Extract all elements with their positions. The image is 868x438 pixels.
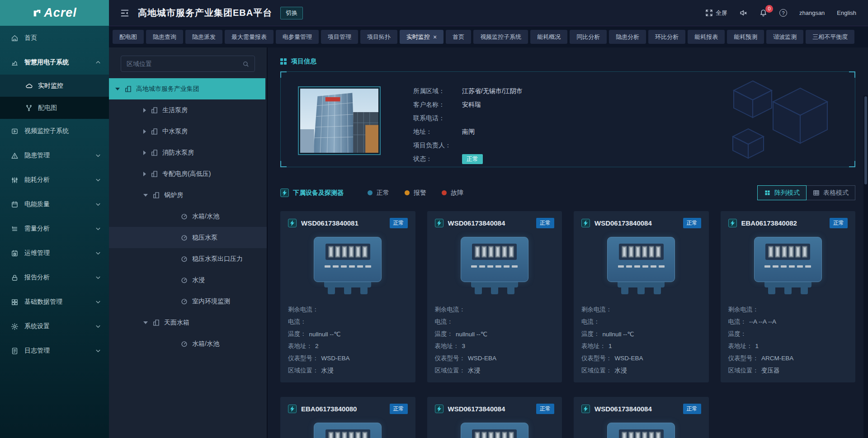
project-info-header: 项目信息 bbox=[280, 57, 855, 66]
vertical-scrollbar[interactable] bbox=[863, 95, 868, 438]
tab-energy-overview[interactable]: 能耗概况 bbox=[530, 30, 567, 44]
tree-node-label: 室内环境监测 bbox=[192, 297, 230, 306]
tree-node-leaf[interactable]: 水浸 bbox=[109, 269, 267, 291]
tab-project-topology[interactable]: 项目拓扑 bbox=[360, 30, 397, 44]
field-label: 区域位置： bbox=[728, 367, 759, 375]
chevron-down-icon bbox=[95, 250, 101, 256]
language-switch[interactable]: English bbox=[837, 9, 856, 16]
tab-hazard-dispatch[interactable]: 隐患派发 bbox=[185, 30, 222, 44]
device-icon bbox=[435, 405, 443, 413]
field-label: 温度： bbox=[581, 330, 600, 338]
sidebar-item-smart-electric[interactable]: 智慧用电子系统 bbox=[0, 50, 109, 75]
alarm-dot bbox=[405, 190, 410, 195]
expand-icon[interactable] bbox=[143, 194, 148, 197]
sidebar-item-distribution-diagram[interactable]: 配电图 bbox=[0, 97, 109, 119]
table-mode-button[interactable]: 表格模式 bbox=[806, 185, 855, 200]
chevron-down-icon bbox=[95, 324, 101, 329]
tree-node[interactable]: 天面水箱 bbox=[109, 312, 267, 333]
mute-button[interactable] bbox=[740, 9, 747, 17]
tree-node-leaf[interactable]: 水箱/水池 bbox=[109, 333, 267, 354]
log-icon bbox=[11, 347, 19, 355]
tab-three-phase-unbalance[interactable]: 三相不平衡度 bbox=[806, 30, 854, 44]
tree-node-root[interactable]: 高地城市服务产业集团 bbox=[109, 78, 265, 99]
button-label: 表格模式 bbox=[823, 189, 849, 197]
tree-node-leaf[interactable]: 稳压水泵 bbox=[109, 227, 267, 248]
tree-node[interactable]: 锅炉房 bbox=[109, 184, 267, 206]
sidebar-item-video-monitor[interactable]: 视频监控子系统 bbox=[0, 119, 109, 143]
device-card[interactable]: EBA06173840082 正常 剩余电流： 电流：--A --A --A 温… bbox=[721, 211, 856, 382]
tab-mom-analysis[interactable]: 环比分析 bbox=[648, 30, 685, 44]
meter-illustration bbox=[728, 232, 848, 299]
field-region: 所属区域： 江苏省/无锡市/江阴市 bbox=[413, 86, 523, 96]
expand-icon[interactable] bbox=[143, 108, 146, 113]
tree-node[interactable]: 中水泵房 bbox=[109, 121, 267, 142]
home-icon bbox=[11, 34, 19, 42]
device-card[interactable]: WSD06173840084 正常 剩余电流： 电流： 温度：nullnull … bbox=[574, 211, 709, 382]
tree-node[interactable]: 消防水泵房 bbox=[109, 142, 267, 163]
cloud-icon bbox=[25, 82, 33, 89]
array-mode-button[interactable]: 阵列模式 bbox=[757, 185, 807, 200]
sidebar-item-energy-analysis[interactable]: 能耗分析 bbox=[0, 168, 109, 192]
sidebar-item-label: 能耗分析 bbox=[24, 176, 95, 184]
tab-video-subsystem[interactable]: 视频监控子系统 bbox=[473, 30, 528, 44]
tab-max-demand-report[interactable]: 最大需量报表 bbox=[225, 30, 274, 44]
tab-hazard-query[interactable]: 隐患查询 bbox=[146, 30, 183, 44]
project-photo bbox=[298, 86, 381, 155]
fullscreen-button[interactable]: 全屏 bbox=[705, 9, 727, 17]
sidebar-item-label: 配电图 bbox=[38, 104, 57, 112]
user-menu[interactable]: zhangsan bbox=[799, 9, 825, 16]
tab-project-mgmt[interactable]: 项目管理 bbox=[321, 30, 358, 44]
tab-hazard-analysis[interactable]: 隐患分析 bbox=[609, 30, 646, 44]
device-icon bbox=[581, 219, 590, 227]
sidebar-item-realtime-monitor[interactable]: 实时监控 bbox=[0, 75, 109, 97]
tree-node-leaf[interactable]: 室内环境监测 bbox=[109, 291, 267, 312]
device-card[interactable]: WSD06173840084 正常 bbox=[574, 397, 709, 438]
tab-realtime-monitor[interactable]: 实时监控× bbox=[400, 30, 443, 44]
gauge-icon bbox=[180, 340, 188, 348]
scrollbar-thumb[interactable] bbox=[864, 96, 867, 184]
device-card[interactable]: WSD06173840084 正常 bbox=[427, 397, 562, 438]
notifications-button[interactable]: 0 bbox=[760, 9, 767, 17]
field-label: 项目负责人： bbox=[413, 141, 462, 150]
tab-home[interactable]: 首页 bbox=[446, 30, 471, 44]
tree-node-leaf[interactable]: 稳压水泵出口压力 bbox=[109, 248, 267, 269]
tab-energy-forecast[interactable]: 能耗预测 bbox=[727, 30, 764, 44]
tree-node[interactable]: 生活泵房 bbox=[109, 99, 267, 121]
tree-node-leaf[interactable]: 水箱/水池 bbox=[109, 206, 267, 227]
main-content: 项目信息 bbox=[268, 47, 868, 438]
device-card[interactable]: WSD06173840081 正常 剩余电流： 电流： 温度：nullnull … bbox=[280, 211, 415, 382]
menu-fold-icon[interactable] bbox=[120, 8, 130, 18]
search-icon[interactable] bbox=[242, 61, 249, 67]
expand-icon[interactable] bbox=[143, 172, 146, 176]
tab-energy-report[interactable]: 能耗报表 bbox=[688, 30, 725, 44]
expand-icon[interactable] bbox=[115, 88, 120, 90]
sidebar-item-base-data-mgmt[interactable]: 基础数据管理 bbox=[0, 290, 109, 314]
status-badge: 正常 bbox=[462, 154, 483, 164]
expand-icon[interactable] bbox=[143, 321, 148, 324]
tab-label: 能耗概况 bbox=[537, 33, 561, 41]
search-input[interactable] bbox=[127, 60, 242, 67]
switch-project-button[interactable]: 切换 bbox=[280, 7, 303, 19]
sidebar-item-power-quality[interactable]: 电能质量 bbox=[0, 192, 109, 217]
sidebar-item-home[interactable]: 首页 bbox=[0, 26, 109, 50]
sidebar-item-system-settings[interactable]: 系统设置 bbox=[0, 314, 109, 339]
tree-node-label: 水浸 bbox=[192, 276, 205, 284]
sidebar-item-demand-analysis[interactable]: 需量分析 bbox=[0, 217, 109, 241]
sidebar-item-log-mgmt[interactable]: 日志管理 bbox=[0, 339, 109, 363]
device-card[interactable]: EBA06173840080 正常 bbox=[280, 397, 415, 438]
sidebar-item-report-analysis[interactable]: 报告分析 bbox=[0, 265, 109, 290]
close-icon[interactable]: × bbox=[433, 34, 437, 40]
sidebar-item-ops-mgmt[interactable]: 运维管理 bbox=[0, 241, 109, 265]
tab-label: 隐患查询 bbox=[153, 33, 176, 41]
expand-icon[interactable] bbox=[143, 129, 146, 134]
tab-distribution-diagram[interactable]: 配电图 bbox=[113, 30, 144, 44]
help-button[interactable]: ? bbox=[779, 9, 787, 17]
sidebar-item-label: 运维管理 bbox=[24, 249, 95, 257]
tab-harmonic-monitor[interactable]: 谐波监测 bbox=[766, 30, 803, 44]
tab-yoy-analysis[interactable]: 同比分析 bbox=[570, 30, 607, 44]
sidebar-item-hazard-mgmt[interactable]: 隐患管理 bbox=[0, 143, 109, 168]
device-card[interactable]: WSD06173840084 正常 剩余电流： 电流： 温度：nullnull … bbox=[427, 211, 562, 382]
expand-icon[interactable] bbox=[143, 151, 146, 155]
tab-electric-params[interactable]: 电参量管理 bbox=[276, 30, 319, 44]
tree-node[interactable]: 专配电房(高低压) bbox=[109, 163, 267, 184]
